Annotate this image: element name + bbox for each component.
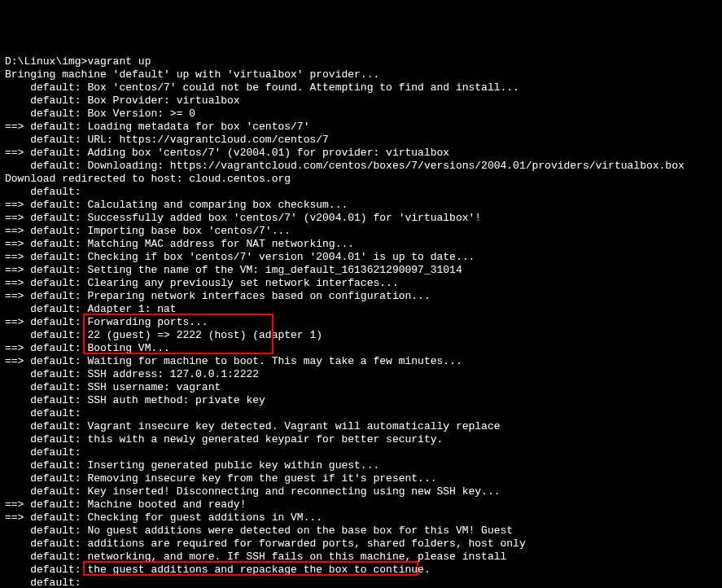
output-line: default: additions are required for forw… (5, 538, 717, 551)
output-line: default: (5, 186, 717, 199)
output-line: ==> default: Machine booted and ready! (5, 498, 717, 511)
prompt-line: D:\Linux\img>vagrant up (5, 55, 717, 68)
output-line: ==> default: Successfully added box 'cen… (5, 212, 717, 225)
output-line: ==> default: Importing base box 'centos/… (5, 225, 717, 238)
output-line: default: (5, 407, 717, 420)
output-line: default: this with a newly generated key… (5, 433, 717, 446)
output-line: ==> default: Waiting for machine to boot… (5, 355, 717, 368)
output-line: default: (5, 577, 717, 588)
output-line: ==> default: Checking for guest addition… (5, 511, 717, 524)
output-line: ==> default: Adding box 'centos/7' (v200… (5, 147, 717, 160)
output-line: default: Box Provider: virtualbox (5, 94, 717, 108)
output-line: ==> default: Preparing network interface… (5, 290, 717, 303)
output-line: default: Downloading: https://vagrantclo… (5, 160, 717, 173)
output-line: ==> default: Setting the name of the VM:… (5, 264, 717, 277)
output-line: default: No guest additions were detecte… (5, 524, 717, 538)
output-line: default: Box 'centos/7' could not be fou… (5, 81, 717, 94)
output-line: default: URL: https://vagrantcloud.com/c… (5, 134, 717, 147)
output-line: default: the guest additions and repacka… (5, 564, 717, 577)
output-line: default: Removing insecure key from the … (5, 472, 717, 485)
output-line: ==> default: Matching MAC address for NA… (5, 238, 717, 251)
output-line: default: SSH auth method: private key (5, 394, 717, 407)
output-line: ==> default: Loading metadata for box 'c… (5, 121, 717, 134)
output-line: ==> default: Clearing any previously set… (5, 277, 717, 290)
output-line: default: networking, and more. If SSH fa… (5, 551, 717, 564)
output-line: default: 22 (guest) => 2222 (host) (adap… (5, 329, 717, 342)
output-line: ==> default: Calculating and comparing b… (5, 199, 717, 212)
output-line: default: Key inserted! Disconnecting and… (5, 485, 717, 498)
output-line: ==> default: Forwarding ports... (5, 316, 717, 329)
output-line: default: SSH username: vagrant (5, 381, 717, 394)
output-line: ==> default: Checking if box 'centos/7' … (5, 251, 717, 264)
output-line: default: Vagrant insecure key detected. … (5, 420, 717, 433)
output-line: Bringing machine 'default' up with 'virt… (5, 68, 717, 81)
output-line: default: Box Version: >= 0 (5, 108, 717, 121)
output-line: default: SSH address: 127.0.0.1:2222 (5, 368, 717, 381)
output-line: default: (5, 446, 717, 459)
output-line: default: Adapter 1: nat (5, 303, 717, 316)
output-line: Download redirected to host: cloud.cento… (5, 173, 717, 186)
output-line: default: Inserting generated public key … (5, 459, 717, 472)
output-line: ==> default: Booting VM... (5, 342, 717, 355)
